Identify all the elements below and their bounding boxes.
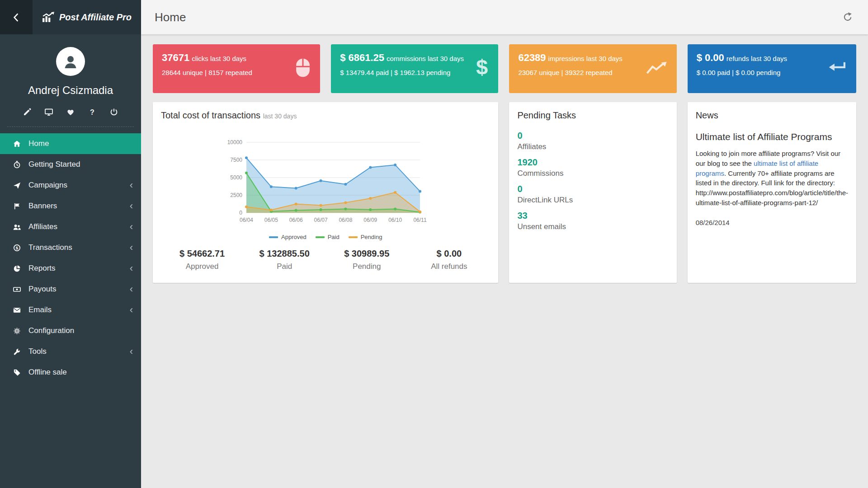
mouse-icon [295, 57, 311, 80]
task-affiliates-count[interactable]: 0 [517, 131, 522, 141]
dollar-circle-icon: $ [12, 243, 22, 252]
monitor-icon[interactable] [44, 108, 53, 117]
chevron-collapsed-icon: ‹ [130, 347, 133, 357]
power-icon[interactable] [109, 108, 118, 117]
total-pending: $ 30989.95 Pending [326, 249, 408, 271]
refunds-label: refunds last 30 days [726, 55, 787, 62]
sidebar-item-configuration[interactable]: Configuration [0, 320, 141, 341]
home-icon [12, 139, 22, 148]
sidebar-item-banners[interactable]: Banners ‹ [0, 196, 141, 216]
stopwatch-icon [12, 160, 22, 169]
total-paid: $ 132885.50 Paid [243, 249, 326, 271]
sidebar-item-offline-sale[interactable]: Offline sale [0, 362, 141, 383]
user-actions: ? [0, 108, 141, 117]
stat-card-commissions[interactable]: $ 6861.25commissions last 30 days $ 1347… [331, 44, 498, 93]
svg-text:7500: 7500 [231, 157, 243, 163]
task-unsent-emails-count[interactable]: 33 [517, 211, 527, 221]
refresh-button[interactable] [841, 10, 854, 25]
legend-swatch-icon [349, 236, 358, 238]
heart-icon[interactable] [66, 108, 75, 117]
task-directlink-urls: 0 DirectLink URLs [517, 184, 668, 205]
pending-tasks-panel: Pending Tasks 0 Affiliates 1920 Commissi… [509, 102, 676, 283]
refunds-value: $ 0.00 [697, 52, 724, 63]
sidebar-menu: Home Getting Started Campaigns ‹ Banners… [0, 133, 141, 383]
news-panel: News Ultimate list of Affiliate Programs… [688, 102, 856, 283]
pie-chart-icon [12, 264, 22, 273]
sidebar-item-tools[interactable]: Tools ‹ [0, 341, 141, 362]
chevron-collapsed-icon: ‹ [130, 222, 133, 232]
app-logo[interactable]: Post Affiliate Pro [33, 0, 141, 34]
sidebar-item-getting-started[interactable]: Getting Started [0, 154, 141, 175]
content: 37671clicks last 30 days 28644 unique | … [141, 34, 868, 488]
task-commissions: 1920 Commissions [517, 157, 668, 178]
stat-card-clicks[interactable]: 37671clicks last 30 days 28644 unique | … [153, 44, 320, 93]
chevron-collapsed-icon: ‹ [130, 243, 133, 253]
gear-icon [12, 326, 22, 335]
legend-swatch-icon [316, 236, 325, 238]
transactions-panel-subtitle: last 30 days [263, 113, 297, 120]
paper-plane-icon [12, 181, 22, 190]
back-button[interactable] [0, 0, 33, 34]
sidebar: Post Affiliate Pro Andrej Csizmadia ? [0, 0, 141, 488]
news-title: News [696, 110, 848, 121]
task-commissions-count[interactable]: 1920 [517, 157, 538, 168]
sidebar-item-emails[interactable]: Emails ‹ [0, 300, 141, 320]
sidebar-item-home[interactable]: Home [0, 133, 141, 154]
news-article-heading[interactable]: Ultimate list of Affiliate Programs [696, 131, 848, 142]
question-icon[interactable]: ? [88, 108, 97, 117]
user-name: Andrej Csizmadia [0, 84, 141, 97]
svg-text:06/07: 06/07 [314, 217, 328, 223]
sidebar-header: Post Affiliate Pro [0, 0, 141, 34]
avatar [56, 47, 85, 76]
commissions-label: commissions last 30 days [387, 55, 464, 62]
svg-text:06/06: 06/06 [289, 217, 303, 223]
commissions-sub: $ 13479.44 paid | $ 1962.13 pending [340, 69, 464, 76]
chart-legend: ApprovedPaidPending [269, 234, 382, 240]
svg-text:2500: 2500 [231, 192, 243, 198]
main-area: Home 37671clicks last 30 days 28644 uniq… [141, 0, 868, 488]
trend-icon [646, 61, 668, 77]
sidebar-divider [7, 127, 134, 127]
total-all-refunds: $ 0.00 All refunds [408, 249, 490, 271]
sidebar-item-affiliates[interactable]: Affiliates ‹ [0, 216, 141, 237]
task-directlink-count[interactable]: 0 [517, 184, 522, 194]
sidebar-item-payouts[interactable]: Payouts ‹ [0, 279, 141, 300]
impressions-value: 62389 [518, 52, 546, 63]
pending-tasks-title: Pending Tasks [517, 110, 668, 121]
user-panel: Andrej Csizmadia ? [0, 34, 141, 127]
news-article-body: Looking to join more affiliate programs?… [696, 149, 848, 208]
chart-area: 02500500075001000006/0406/0506/0606/0706… [161, 137, 490, 240]
sidebar-item-campaigns[interactable]: Campaigns ‹ [0, 175, 141, 196]
tag-icon [12, 368, 22, 377]
svg-text:$: $ [15, 245, 18, 250]
svg-text:06/09: 06/09 [363, 217, 377, 223]
svg-text:06/05: 06/05 [264, 217, 278, 223]
clicks-value: 37671 [162, 52, 189, 63]
banknote-icon [12, 285, 22, 294]
legend-paid: Paid [316, 234, 340, 240]
total-approved: $ 54662.71 Approved [161, 249, 243, 271]
commissions-value: $ 6861.25 [340, 52, 384, 63]
pencil-icon[interactable] [23, 108, 32, 117]
clicks-sub: 28644 unique | 8157 repeated [162, 69, 252, 76]
app-logo-text: Post Affiliate Pro [59, 12, 132, 23]
legend-pending: Pending [349, 234, 382, 240]
refunds-sub: $ 0.00 paid | $ 0.00 pending [697, 69, 787, 76]
svg-text:5000: 5000 [231, 174, 243, 181]
person-icon [61, 52, 80, 70]
svg-text:06/10: 06/10 [388, 217, 402, 223]
stat-card-refunds[interactable]: $ 0.00refunds last 30 days $ 0.00 paid |… [688, 44, 856, 93]
envelope-icon [12, 305, 22, 314]
topbar: Home [141, 0, 868, 34]
stat-card-impressions[interactable]: 62389impressions last 30 days 23067 uniq… [509, 44, 676, 93]
wrench-icon [12, 347, 22, 356]
chevron-left-icon [11, 12, 21, 22]
sidebar-item-transactions[interactable]: $ Transactions ‹ [0, 237, 141, 258]
news-article-date: 08/26/2014 [696, 219, 848, 226]
chevron-collapsed-icon: ‹ [130, 201, 133, 211]
page-title: Home [155, 10, 186, 24]
task-unsent-emails: 33 Unsent emails [517, 211, 668, 231]
sidebar-item-reports[interactable]: Reports ‹ [0, 258, 141, 279]
svg-text:06/04: 06/04 [240, 217, 253, 223]
clicks-label: clicks last 30 days [192, 55, 246, 62]
